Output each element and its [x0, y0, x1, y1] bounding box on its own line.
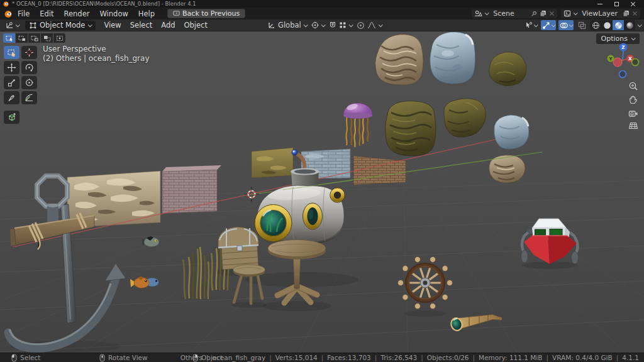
pivot-point-icon — [311, 21, 319, 29]
editor-type-button[interactable] — [3, 21, 21, 29]
snap-target-button[interactable] — [339, 21, 352, 29]
toggle-xray-button[interactable] — [576, 20, 587, 30]
chevron-down-icon — [485, 11, 489, 15]
shading-material-preview-button[interactable] — [613, 20, 624, 30]
scene-selector[interactable]: Scene — [472, 9, 557, 18]
viewport-canvas[interactable] — [0, 32, 644, 353]
treasure-chest-model[interactable] — [218, 227, 258, 270]
camera-view-icon[interactable] — [628, 109, 638, 118]
wall-brick-brown[interactable] — [353, 156, 406, 185]
back-to-previous-button[interactable]: Back to Previous — [167, 9, 245, 18]
submarine-porthole-front — [255, 205, 292, 242]
shading-rendered-button[interactable] — [624, 20, 635, 30]
menu-add[interactable]: Add — [157, 21, 179, 30]
chevron-down-icon — [378, 23, 382, 27]
rock-olive-cube[interactable] — [386, 101, 436, 156]
chevron-down-icon — [569, 23, 574, 27]
annotate-tool[interactable] — [4, 91, 19, 104]
wall-gold-rough[interactable] — [252, 148, 293, 178]
rotate-tool[interactable] — [21, 61, 37, 74]
status-bar: Select Rotate View Object Others| ocean_… — [0, 353, 644, 362]
new-copy-icon[interactable] — [540, 10, 547, 17]
menu-select[interactable]: Select — [126, 21, 157, 30]
perspective-label: User Perspective — [43, 45, 150, 54]
blender-logo-icon[interactable] — [4, 9, 13, 18]
select-box-tool[interactable] — [4, 46, 19, 59]
chevron-down-icon[interactable] — [638, 23, 642, 27]
menu-edit[interactable]: Edit — [35, 9, 58, 19]
shading-wireframe-button[interactable] — [590, 20, 601, 30]
pan-hand-icon[interactable] — [628, 95, 638, 105]
unlink-icon[interactable] — [549, 11, 555, 16]
select-set-button[interactable] — [3, 33, 15, 43]
select-invert-button[interactable] — [41, 33, 53, 43]
snap-magnet-icon[interactable] — [329, 21, 336, 29]
select-subtract-button[interactable] — [28, 33, 40, 43]
shading-solid-button[interactable] — [601, 20, 613, 30]
rock-olive-round[interactable] — [489, 52, 526, 86]
app-title: * OCEAN_0 [D:\RIDERS\OCEAN\Models\OCEAN_… — [12, 1, 196, 7]
toggle-projection-icon[interactable] — [628, 121, 638, 130]
maximize-button[interactable] — [608, 0, 625, 8]
window-titlebar: * OCEAN_0 [D:\RIDERS\OCEAN\Models\OCEAN_… — [0, 0, 644, 8]
mouse-hint-rotate-view: Rotate View — [99, 354, 148, 362]
chevron-down-icon — [574, 11, 578, 15]
xray-icon — [578, 21, 586, 30]
navigation-gizmo[interactable]: Y X Z — [602, 40, 642, 80]
rock-blue-marble[interactable] — [430, 32, 475, 84]
cursor-tool[interactable] — [21, 46, 37, 59]
minimize-button[interactable] — [592, 0, 608, 8]
view-layer-icon — [564, 10, 571, 17]
view-layer-name: ViewLayer — [579, 9, 620, 18]
screen-back-icon — [173, 11, 180, 16]
transform-tool[interactable] — [21, 76, 37, 89]
shading-mode-group — [590, 20, 635, 30]
new-copy-icon[interactable] — [623, 10, 630, 17]
mode-label: Object Mode — [40, 21, 85, 30]
rock-blue-small[interactable] — [494, 115, 529, 149]
zoom-icon[interactable] — [628, 81, 638, 91]
wall-brick-mauve[interactable] — [162, 165, 221, 213]
pin-icon[interactable] — [531, 11, 537, 17]
svg-text:Z: Z — [621, 45, 625, 50]
viewport-header: Object Mode View Select Add Object Globa… — [0, 19, 644, 31]
editor-3d-viewport-icon — [6, 21, 14, 29]
close-button[interactable] — [625, 0, 641, 8]
select-extend-button[interactable] — [16, 33, 28, 43]
blender-logo-icon — [3, 1, 9, 7]
show-gizmo-toggle[interactable] — [541, 20, 556, 30]
submarine-porthole-top — [330, 188, 345, 203]
transform-pivot-button[interactable] — [311, 21, 325, 29]
gizmo-axis-negz[interactable] — [619, 71, 626, 78]
transform-orientation-selector[interactable]: Global — [268, 21, 307, 30]
add-cube-tool[interactable] — [4, 111, 19, 124]
menu-file[interactable]: File — [13, 9, 35, 19]
object-visibility-dropdown[interactable] — [523, 20, 538, 30]
chevron-down-icon — [321, 23, 325, 27]
proportional-editing-icon[interactable] — [357, 21, 365, 30]
mouse-left-icon — [11, 354, 17, 362]
measure-tool[interactable] — [21, 91, 37, 104]
menu-window[interactable]: Window — [94, 9, 133, 19]
view-layer-selector[interactable]: ViewLayer — [561, 9, 640, 18]
svg-text:Y: Y — [608, 57, 613, 62]
orientation-icon — [268, 21, 275, 29]
submarine-porthole-middle — [303, 203, 323, 229]
gizmo-axis-negy[interactable] — [632, 59, 639, 66]
falloff-button[interactable] — [367, 21, 382, 29]
tool-shelf — [4, 46, 37, 124]
object-mode-icon — [30, 22, 36, 29]
menu-object[interactable]: Object — [180, 21, 212, 30]
move-tool[interactable] — [4, 61, 19, 74]
scale-tool[interactable] — [4, 76, 19, 89]
svg-text:X: X — [628, 56, 632, 62]
show-overlays-toggle[interactable] — [558, 20, 574, 30]
menu-view[interactable]: View — [99, 21, 125, 30]
select-mode-strip — [3, 33, 65, 43]
remove-icon[interactable] — [632, 11, 638, 16]
menu-render[interactable]: Render — [59, 9, 95, 19]
menu-help[interactable]: Help — [133, 9, 160, 19]
mode-selector[interactable]: Object Mode — [25, 21, 96, 30]
select-intersect-button[interactable] — [53, 33, 65, 43]
scene-stats: Others| ocean_fish_gray| Verts:15,014| F… — [180, 354, 639, 361]
